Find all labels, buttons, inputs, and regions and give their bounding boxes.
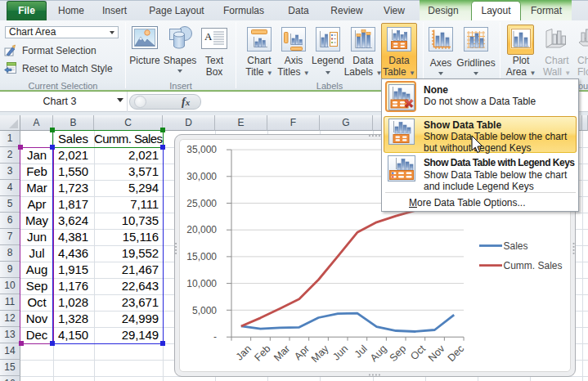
svg-text:A: A (204, 30, 213, 43)
svg-text:20,000: 20,000 (186, 224, 217, 235)
svg-text:Aug: Aug (368, 343, 389, 364)
svg-text:Sep: Sep (388, 343, 409, 364)
svg-text:Mar: Mar (272, 343, 292, 363)
svg-text:Apr: Apr (292, 343, 312, 362)
svg-text:Dec: Dec (446, 343, 467, 364)
svg-text:Jun: Jun (330, 343, 350, 362)
svg-text:May: May (309, 343, 331, 365)
svg-text:Oct: Oct (408, 343, 428, 362)
svg-text:5,000: 5,000 (192, 305, 217, 316)
svg-text:Nov: Nov (426, 343, 447, 364)
svg-text:Cumm. Sales: Cumm. Sales (504, 260, 563, 271)
svg-text:35,000: 35,000 (186, 144, 217, 155)
svg-text:Jan: Jan (234, 343, 254, 362)
svg-text:30,000: 30,000 (186, 171, 217, 182)
svg-text:Feb: Feb (252, 343, 272, 363)
svg-text:10,000: 10,000 (186, 278, 217, 289)
svg-text:-: - (213, 331, 217, 343)
svg-text:Jul: Jul (352, 343, 370, 360)
svg-text:Sales: Sales (504, 240, 528, 252)
svg-text:25,000: 25,000 (186, 198, 217, 209)
svg-text:15,000: 15,000 (186, 251, 217, 262)
